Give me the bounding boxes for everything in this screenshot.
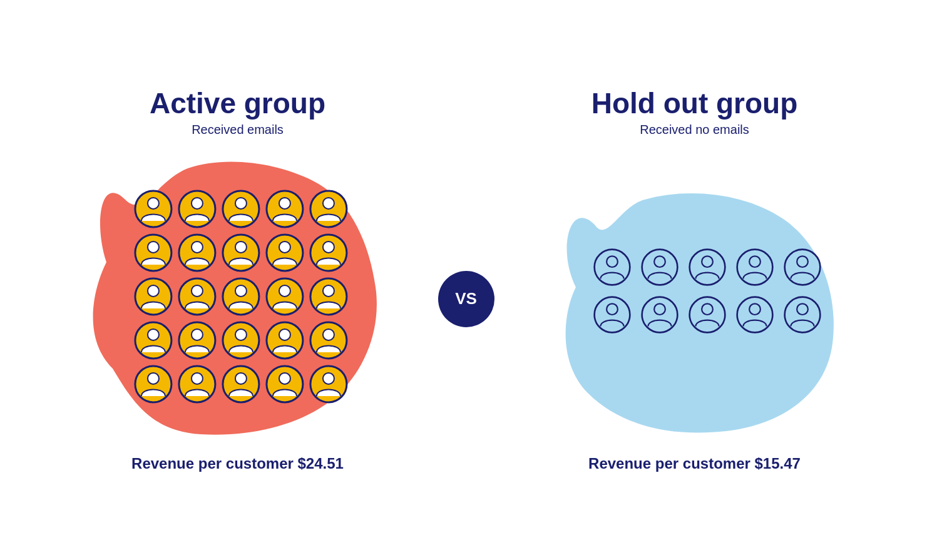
person-icon-holdout bbox=[783, 248, 822, 287]
person-icon-active bbox=[309, 277, 347, 316]
person-icon-active bbox=[177, 277, 216, 316]
person-icon-active bbox=[133, 233, 172, 272]
svg-point-61 bbox=[607, 304, 618, 315]
person-icon-holdout bbox=[735, 295, 774, 334]
svg-point-13 bbox=[191, 242, 202, 253]
holdout-group-title: Hold out group bbox=[591, 88, 798, 120]
svg-point-57 bbox=[749, 257, 760, 268]
person-icon-active bbox=[265, 365, 304, 404]
svg-point-43 bbox=[191, 373, 202, 384]
person-icon-active bbox=[221, 233, 260, 272]
active-blob-area bbox=[88, 150, 388, 437]
holdout-group-subtitle: Received no emails bbox=[640, 123, 749, 137]
svg-point-39 bbox=[322, 329, 334, 340]
svg-point-65 bbox=[702, 304, 713, 315]
svg-point-17 bbox=[279, 242, 290, 253]
person-icon-active bbox=[177, 321, 216, 360]
svg-point-25 bbox=[235, 285, 246, 297]
svg-point-51 bbox=[607, 257, 618, 268]
svg-point-37 bbox=[279, 329, 290, 340]
svg-point-15 bbox=[235, 242, 246, 253]
svg-point-45 bbox=[235, 373, 246, 384]
svg-point-19 bbox=[322, 242, 334, 253]
svg-point-11 bbox=[147, 242, 158, 253]
svg-point-41 bbox=[147, 373, 158, 384]
person-icon-active bbox=[309, 321, 347, 360]
holdout-blob-area bbox=[545, 150, 845, 437]
person-icon-active bbox=[265, 277, 304, 316]
person-icon-holdout bbox=[640, 295, 679, 334]
person-icon-active bbox=[265, 321, 304, 360]
svg-point-1 bbox=[147, 198, 158, 209]
person-icon-active bbox=[265, 190, 304, 228]
svg-point-9 bbox=[322, 198, 334, 209]
active-group: Active group Received emails bbox=[56, 88, 419, 473]
svg-point-55 bbox=[702, 257, 713, 268]
svg-point-59 bbox=[797, 257, 808, 268]
person-icon-active bbox=[221, 321, 260, 360]
person-icon-active bbox=[309, 233, 347, 272]
person-icon-active bbox=[309, 190, 347, 228]
svg-point-69 bbox=[797, 304, 808, 315]
vs-circle: VS bbox=[438, 271, 494, 327]
svg-point-53 bbox=[654, 257, 665, 268]
active-group-subtitle: Received emails bbox=[192, 123, 284, 137]
holdout-group: Hold out group Received no emails bbox=[513, 88, 876, 473]
svg-point-67 bbox=[749, 304, 760, 315]
person-icon-holdout bbox=[688, 295, 727, 334]
person-icon-holdout bbox=[735, 248, 774, 287]
svg-point-47 bbox=[279, 373, 290, 384]
person-icon-active bbox=[177, 233, 216, 272]
person-icon-active bbox=[177, 190, 216, 228]
svg-point-7 bbox=[279, 198, 290, 209]
svg-point-21 bbox=[147, 285, 158, 297]
svg-point-63 bbox=[654, 304, 665, 315]
holdout-icons-grid bbox=[593, 248, 827, 339]
person-icon-active bbox=[133, 190, 172, 228]
person-icon-holdout bbox=[593, 248, 632, 287]
svg-point-5 bbox=[235, 198, 246, 209]
main-container: Active group Received emails bbox=[0, 0, 932, 560]
person-icon-holdout bbox=[783, 295, 822, 334]
person-icon-active bbox=[221, 190, 260, 228]
person-icon-holdout bbox=[688, 248, 727, 287]
person-icon-active bbox=[309, 365, 347, 404]
person-icon-holdout bbox=[640, 248, 679, 287]
person-icon-active bbox=[221, 365, 260, 404]
svg-point-3 bbox=[191, 198, 202, 209]
svg-point-29 bbox=[322, 285, 334, 297]
person-icon-active bbox=[265, 233, 304, 272]
holdout-revenue-label: Revenue per customer $15.47 bbox=[588, 455, 801, 472]
svg-point-49 bbox=[322, 373, 334, 384]
svg-point-33 bbox=[191, 329, 202, 340]
svg-point-35 bbox=[235, 329, 246, 340]
svg-point-23 bbox=[191, 285, 202, 297]
person-icon-active bbox=[177, 365, 216, 404]
person-icon-active bbox=[221, 277, 260, 316]
person-icon-active bbox=[133, 277, 172, 316]
person-icon-active bbox=[133, 321, 172, 360]
vs-label: VS bbox=[455, 289, 477, 308]
active-icons-grid bbox=[133, 190, 350, 406]
person-icon-holdout bbox=[593, 295, 632, 334]
person-icon-active bbox=[133, 365, 172, 404]
svg-point-27 bbox=[279, 285, 290, 297]
active-group-title: Active group bbox=[150, 88, 325, 120]
active-revenue-label: Revenue per customer $24.51 bbox=[131, 455, 344, 472]
svg-point-31 bbox=[147, 329, 158, 340]
